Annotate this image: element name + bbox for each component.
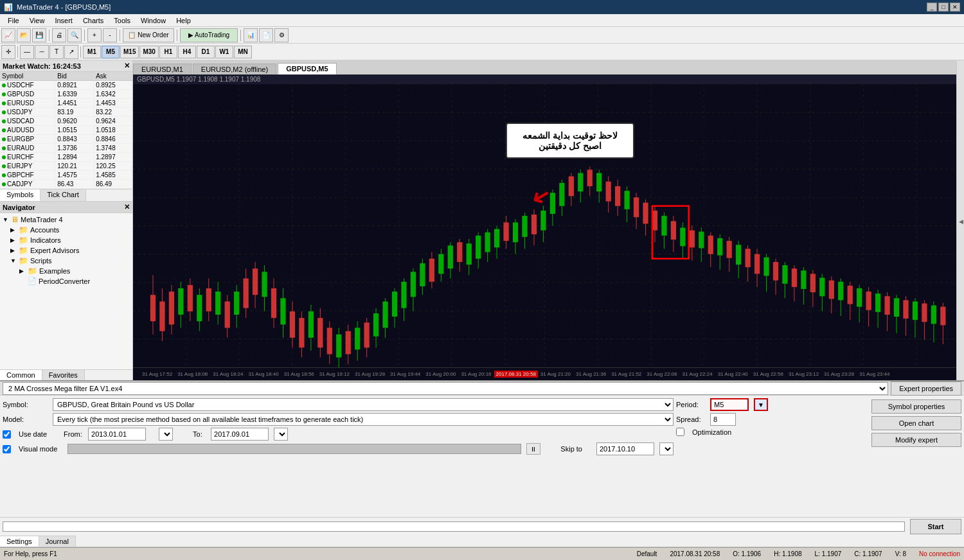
close-button[interactable]: ✕	[950, 3, 960, 12]
start-button[interactable]: Start	[910, 519, 961, 534]
model-select[interactable]: Every tick (the most precise method base…	[53, 413, 674, 426]
list-item[interactable]: USDCHF0.89210.8925	[0, 81, 132, 90]
save-button[interactable]: 💾	[32, 28, 46, 42]
nav-tab-common[interactable]: Common	[0, 370, 42, 380]
period-input[interactable]	[710, 398, 749, 411]
period-mn[interactable]: MN	[234, 46, 252, 58]
list-item[interactable]: USDJPY83.1983.22	[0, 108, 132, 117]
tree-root[interactable]: ▼ 🖥 MetaTrader 4	[1, 214, 131, 225]
open-chart-button[interactable]: Open chart	[871, 416, 961, 430]
new-order-button[interactable]: 📋 New Order	[123, 28, 174, 42]
period-h1[interactable]: H1	[159, 46, 177, 58]
time-7: 31 Aug 19:28	[352, 371, 388, 377]
period-h4[interactable]: H4	[178, 46, 196, 58]
list-item[interactable]: EURCHF1.28941.2897	[0, 153, 132, 162]
period-m5[interactable]: M5	[102, 46, 120, 58]
chart-tab-eurusd-m1[interactable]: EURUSD,M1	[133, 64, 192, 74]
skip-to-calendar[interactable]: ▼	[659, 442, 674, 455]
menu-insert[interactable]: Insert	[49, 15, 78, 26]
navigator-close[interactable]: ✕	[124, 203, 130, 211]
open-button[interactable]: 📂	[17, 28, 31, 42]
tree-expert-advisors[interactable]: ▶ 📁 Expert Advisors	[1, 245, 131, 256]
pause-button[interactable]: ⏸	[526, 443, 540, 455]
menu-charts[interactable]: Charts	[78, 15, 109, 26]
hline-button[interactable]: ─	[35, 45, 49, 59]
tree-accounts[interactable]: ▶ 📁 Accounts	[1, 225, 131, 235]
tree-scripts[interactable]: ▼ 📁 Scripts	[1, 256, 131, 266]
chart-tab-eurusd-m2[interactable]: EURUSD,M2 (offline)	[193, 64, 276, 74]
list-item[interactable]: GBPUSD1.63391.6342	[0, 90, 132, 99]
to-date-input[interactable]	[211, 428, 269, 441]
period-d1[interactable]: D1	[197, 46, 215, 58]
menu-tools[interactable]: Tools	[109, 15, 136, 26]
expert-advisor-dropdown[interactable]: 2 MA Crosses Mega filter EA V1.ex4	[3, 382, 888, 395]
market-watch-close[interactable]: ✕	[124, 62, 130, 70]
use-date-label: Use date	[19, 430, 47, 438]
chart-canvas[interactable]: 1.1930 1.1925 1.1920 1.1915 1.1910 1.190…	[133, 84, 956, 367]
bottom-tab-journal[interactable]: Journal	[39, 536, 76, 547]
to-date-calendar[interactable]: ▼	[274, 428, 288, 441]
indicators-button[interactable]: 📊	[244, 28, 258, 42]
from-date-calendar[interactable]: ▼	[159, 428, 173, 441]
list-item[interactable]: EURUSD1.44511.4453	[0, 99, 132, 108]
list-item[interactable]: EURAUD1.37361.3748	[0, 144, 132, 153]
svg-rect-33	[178, 288, 183, 315]
svg-rect-181	[866, 292, 871, 310]
expert-properties-button[interactable]: Expert properties	[891, 381, 961, 396]
arrow-button[interactable]: ↗	[64, 45, 78, 59]
list-item[interactable]: CADJPY86.4386.49	[0, 180, 132, 189]
print-button[interactable]: 🖨	[52, 28, 66, 42]
nav-tab-favorites[interactable]: Favorites	[42, 370, 85, 380]
period-m15[interactable]: M15	[120, 46, 139, 58]
symbol-select[interactable]: GBPUSD, Great Britain Pound vs US Dollar	[53, 398, 674, 411]
print-preview-button[interactable]: 🔍	[67, 28, 82, 42]
tree-period-converter[interactable]: 📄 PeriodConverter	[1, 276, 131, 286]
svg-rect-85	[420, 263, 425, 286]
new-chart-button[interactable]: 📈	[1, 28, 15, 42]
crosshair-button[interactable]: ✛	[1, 45, 15, 59]
skip-to-input[interactable]	[596, 442, 654, 455]
tab-symbols[interactable]: Symbols	[0, 189, 40, 201]
period-dropdown-button[interactable]: ▼	[754, 398, 768, 411]
zoom-in-button[interactable]: +	[87, 28, 102, 42]
list-item[interactable]: GBPCHF1.45751.4585	[0, 171, 132, 180]
list-item[interactable]: EURJPY120.21120.25	[0, 162, 132, 171]
symbol-properties-button[interactable]: Symbol properties	[871, 399, 961, 414]
zoom-out-button[interactable]: -	[103, 28, 117, 42]
templates-button[interactable]: 📄	[259, 28, 273, 42]
menu-window[interactable]: Window	[136, 15, 171, 26]
autotrading-button[interactable]: ▶ AutoTrading	[180, 28, 238, 42]
maximize-button[interactable]: □	[938, 3, 949, 12]
list-item[interactable]: EURGBP0.88430.8846	[0, 135, 132, 144]
visual-speed-slider[interactable]	[67, 444, 521, 454]
menu-help[interactable]: Help	[171, 15, 196, 26]
line-button[interactable]: —	[20, 45, 34, 59]
from-label: From:	[64, 430, 83, 438]
menu-view[interactable]: View	[24, 15, 50, 26]
use-date-checkbox[interactable]	[3, 430, 11, 439]
period-m30[interactable]: M30	[139, 46, 158, 58]
visual-mode-checkbox[interactable]	[3, 445, 11, 453]
tab-tick-chart[interactable]: Tick Chart	[40, 189, 86, 201]
modify-expert-button[interactable]: Modify expert	[871, 433, 961, 447]
period-w1[interactable]: W1	[215, 46, 233, 58]
time-16: 31 Aug 22:24	[679, 371, 715, 377]
period-m1[interactable]: M1	[83, 46, 101, 58]
list-item[interactable]: USDCAD0.96200.9624	[0, 117, 132, 126]
list-item[interactable]: AUDUSD1.05151.0518	[0, 126, 132, 135]
menu-file[interactable]: File	[3, 15, 24, 26]
tree-indicators[interactable]: ▶ 📁 Indicators	[1, 235, 131, 245]
from-date-input[interactable]	[88, 428, 146, 441]
optimization-checkbox[interactable]	[676, 428, 684, 436]
properties-button[interactable]: ⚙	[274, 28, 289, 42]
title-bar-controls[interactable]: _ □ ✕	[927, 3, 960, 12]
spread-input[interactable]	[710, 413, 736, 426]
chart-tab-gbpusd-m5[interactable]: GBPUSD,M5	[278, 63, 336, 74]
tree-examples[interactable]: ▶ 📁 Examples	[1, 266, 131, 276]
svg-rect-151	[727, 241, 732, 258]
text-button[interactable]: T	[49, 45, 64, 59]
chart-area: EURUSD,M1 EURUSD,M2 (offline) GBPUSD,M5 …	[133, 60, 956, 380]
minimize-button[interactable]: _	[927, 3, 937, 12]
period-label: Period:	[676, 401, 705, 408]
bottom-tab-settings[interactable]: Settings	[0, 536, 39, 547]
